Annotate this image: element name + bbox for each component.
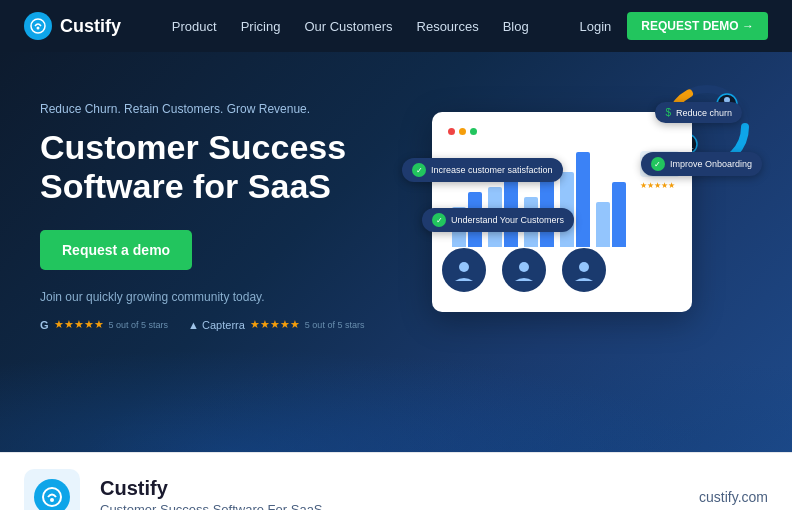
rating-capterra: ▲ Capterra ★★★★★ 5 out of 5 stars [188,318,364,331]
dollar-icon: $ [665,107,671,118]
avatar-1 [442,248,486,292]
avatar-3 [562,248,606,292]
rating-g2: G ★★★★★ 5 out of 5 stars [40,318,168,331]
svg-point-13 [43,488,61,506]
svg-point-12 [579,262,589,272]
footer-card: Custify Customer Success Software For Sa… [0,452,792,510]
minimize-dot [459,128,466,135]
svg-point-14 [50,498,54,502]
login-button[interactable]: Login [579,19,611,34]
footer-logo-icon [34,479,70,511]
nav-blog[interactable]: Blog [503,19,529,34]
g2-logo: G [40,319,49,331]
g2-sub: 5 out of 5 stars [109,320,169,330]
community-text: Join our quickly growing community today… [40,290,392,304]
hero-content: Reduce Churn. Retain Customers. Grow Rev… [40,92,392,331]
hero-section: Reduce Churn. Retain Customers. Grow Rev… [0,52,792,452]
svg-point-1 [37,27,40,30]
footer-url[interactable]: custify.com [699,489,768,505]
bar-5a [596,202,610,247]
footer-text: Custify Customer Success Software For Sa… [100,477,679,511]
close-dot [448,128,455,135]
logo-icon [24,12,52,40]
avatars-area [442,248,606,292]
badge-churn: $ Reduce churn [655,102,742,123]
check-icon: ✓ [412,163,426,177]
svg-point-11 [519,262,529,272]
svg-point-0 [31,19,45,33]
request-demo-button[interactable]: REQUEST DEMO → [627,12,768,40]
capterra-sub: 5 out of 5 stars [305,320,365,330]
hero-visual: Total learning ★★★★★ ✓ Increase customer… [392,92,752,312]
hero-title-line2: Software for SaaS [40,167,331,205]
maximize-dot [470,128,477,135]
capterra-logo: ▲ Capterra [188,319,245,331]
bar-4b [576,152,590,247]
footer-company-name: Custify [100,477,679,500]
nav-customers[interactable]: Our Customers [304,19,392,34]
nav-links: Product Pricing Our Customers Resources … [172,19,529,34]
navbar: Custify Product Pricing Our Customers Re… [0,0,792,52]
avatar-2 [502,248,546,292]
check-icon-2: ✓ [432,213,446,227]
badge-understand-text: Understand Your Customers [451,215,564,225]
hero-tagline: Reduce Churn. Retain Customers. Grow Rev… [40,102,392,116]
badge-understand: ✓ Understand Your Customers [422,208,574,232]
footer-description: Customer Success Software For SaaS [100,502,679,511]
badge-satisfaction: ✓ Increase customer satisfaction [402,158,563,182]
svg-point-10 [459,262,469,272]
check-icon-3: ✓ [651,157,665,171]
hero-title-line1: Customer Success [40,128,346,166]
hero-cta-button[interactable]: Request a demo [40,230,192,270]
nav-resources[interactable]: Resources [417,19,479,34]
nav-pricing[interactable]: Pricing [241,19,281,34]
badge-improve: ✓ Improve Onboarding [641,152,762,176]
badge-satisfaction-text: Increase customer satisfaction [431,165,553,175]
navbar-actions: Login REQUEST DEMO → [579,12,768,40]
logo-text: Custify [60,16,121,37]
capterra-stars: ★★★★★ [250,318,300,331]
g2-stars: ★★★★★ [54,318,104,331]
logo[interactable]: Custify [24,12,121,40]
ratings-area: G ★★★★★ 5 out of 5 stars ▲ Capterra ★★★★… [40,318,392,331]
badge-churn-text: Reduce churn [676,108,732,118]
badge-improve-text: Improve Onboarding [670,159,752,169]
window-controls [448,128,676,135]
footer-logo-box [24,469,80,511]
bar-5b [612,182,626,247]
hero-title: Customer Success Software for SaaS [40,128,392,206]
nav-product[interactable]: Product [172,19,217,34]
